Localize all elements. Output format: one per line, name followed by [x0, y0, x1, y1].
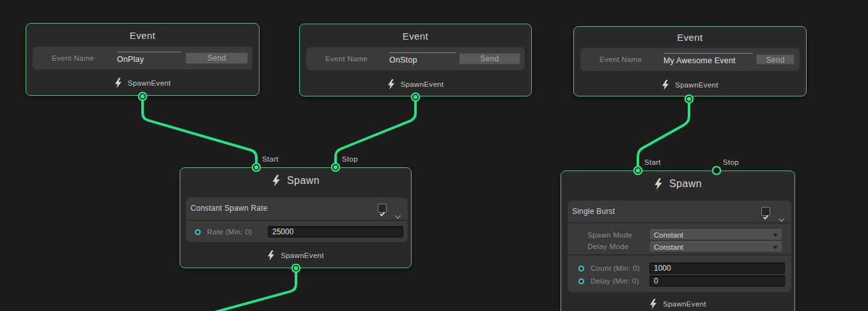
node-title-row: Spawn [180, 175, 411, 186]
block-title: Single Burst [572, 201, 615, 222]
lightning-bolt-icon [662, 80, 669, 90]
edge-spawn-output-downstream[interactable] [214, 268, 296, 311]
count-field[interactable]: 1000 [649, 262, 785, 274]
output-row: SpawnEvent [574, 80, 806, 90]
node-title: Event [300, 31, 531, 42]
lightning-bolt-icon [654, 178, 663, 190]
lightning-bolt-icon [387, 79, 395, 89]
delay-mode-dropdown[interactable]: Constant [649, 241, 782, 252]
start-port-label: Start [262, 155, 279, 163]
block-single-burst[interactable]: Single Burst Spawn Mode Constant Delay M… [568, 201, 791, 292]
spawn-node-single-burst[interactable]: Spawn Single Burst Spawn Mode Constant D… [561, 171, 795, 311]
event-name-input[interactable]: My Awesome Event [663, 53, 753, 66]
spawnevent-output-label: SpawnEvent [281, 252, 324, 259]
node-title: Spawn [287, 175, 320, 186]
block-constant-spawn-rate[interactable]: Constant Spawn Rate Rate (Min: 0) 25000 [186, 197, 408, 242]
output-row: SpawnEvent [180, 250, 411, 261]
delay-mode-value: Constant [654, 243, 683, 251]
output-row: SpawnEvent [561, 299, 794, 309]
send-button[interactable]: Send [756, 54, 794, 64]
dropdown-arrow-icon [773, 246, 778, 249]
block-divider [568, 222, 791, 224]
block-divider [186, 220, 408, 221]
node-title: Spawn [669, 178, 702, 190]
spawnevent-output-label: SpawnEvent [663, 300, 706, 308]
spawnevent-output-label: SpawnEvent [128, 79, 171, 87]
event-name-input[interactable]: OnStop [389, 52, 456, 66]
event-name-label: Event Name [600, 48, 642, 71]
output-row: SpawnEvent [26, 78, 259, 88]
lightning-bolt-icon [272, 175, 281, 186]
stop-port-label: Stop [342, 155, 358, 163]
rate-field[interactable]: 25000 [268, 226, 403, 238]
block-header: Single Burst [568, 201, 791, 222]
dropdown-arrow-icon [773, 234, 778, 237]
event-settings-panel: Event Name My Awesome Event Send [580, 48, 800, 71]
block-header: Constant Spawn Rate [186, 197, 408, 220]
spawnevent-output-label: SpawnEvent [401, 80, 444, 88]
start-port-label: Start [644, 158, 661, 166]
event-node-onplay[interactable]: Event Event Name OnPlay Send SpawnEvent [26, 23, 260, 96]
event-settings-panel: Event Name OnPlay Send [33, 47, 252, 70]
output-row: SpawnEvent [300, 79, 531, 89]
delay-label: Delay (Min: 0) [591, 277, 639, 285]
chevron-down-icon[interactable] [394, 206, 401, 211]
node-title-row: Spawn [561, 178, 794, 190]
delay-field[interactable]: 0 [649, 275, 785, 287]
lightning-bolt-icon [114, 78, 122, 88]
rate-input-port[interactable] [195, 229, 201, 235]
block-divider [568, 254, 791, 255]
delay-mode-label: Delay Mode [587, 243, 628, 250]
send-button[interactable]: Send [185, 52, 248, 64]
spawn-mode-dropdown[interactable]: Constant [649, 229, 782, 240]
spawn-mode-label: Spawn Mode [587, 231, 632, 239]
event-name-label: Event Name [52, 47, 94, 70]
block-title: Constant Spawn Rate [190, 197, 268, 220]
node-title: Event [574, 32, 806, 43]
event-name-input[interactable]: OnPlay [117, 52, 182, 65]
lightning-bolt-icon [267, 250, 275, 261]
spawn-node-constant-rate[interactable]: Spawn Constant Spawn Rate Rate (Min: 0) … [180, 167, 412, 268]
event-node-awesome[interactable]: Event Event Name My Awesome Event Send S… [573, 26, 807, 96]
rate-label: Rate (Min: 0) [207, 228, 252, 236]
block-enabled-checkbox[interactable] [761, 207, 770, 216]
stop-port-label: Stop [723, 158, 739, 166]
send-button[interactable]: Send [459, 53, 520, 64]
edge-onplay-to-start[interactable] [143, 96, 256, 167]
event-name-label: Event Name [325, 47, 368, 70]
block-enabled-checkbox[interactable] [378, 204, 387, 213]
chevron-down-icon[interactable] [778, 209, 785, 215]
vfx-graph-canvas[interactable]: Event Event Name OnPlay Send SpawnEvent … [0, 0, 868, 311]
event-node-onstop[interactable]: Event Event Name OnStop Send SpawnEvent [299, 24, 532, 96]
event-settings-panel: Event Name OnStop Send [306, 47, 525, 70]
spawnevent-output-label: SpawnEvent [675, 81, 718, 89]
lightning-bolt-icon [649, 299, 657, 309]
count-input-port[interactable] [578, 266, 584, 271]
spawn-mode-value: Constant [654, 231, 683, 239]
count-label: Count (Min: 0) [591, 264, 640, 272]
delay-input-port[interactable] [578, 278, 584, 284]
node-title: Event [26, 30, 259, 41]
